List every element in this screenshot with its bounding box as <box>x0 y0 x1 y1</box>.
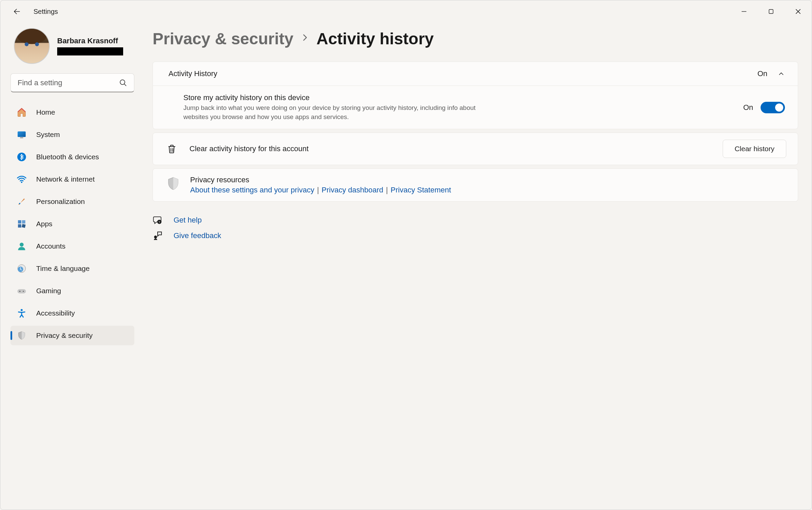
svg-rect-12 <box>22 224 26 228</box>
privacy-link-about[interactable]: About these settings and your privacy <box>190 186 314 194</box>
svg-rect-9 <box>18 220 21 224</box>
nav-item-accessibility[interactable]: Accessibility <box>10 303 134 323</box>
search-box[interactable] <box>10 73 134 92</box>
nav-item-personalization[interactable]: Personalization <box>10 192 134 211</box>
close-button[interactable] <box>785 2 812 21</box>
nav-item-privacy[interactable]: Privacy & security <box>10 326 134 345</box>
get-help-link[interactable]: Get help <box>174 216 202 225</box>
titlebar-left: Settings <box>13 7 58 16</box>
svg-line-3 <box>124 84 126 86</box>
store-activity-row: Store my activity history on this device… <box>153 86 798 129</box>
get-help-row: ? Get help <box>153 215 798 225</box>
store-activity-toggle[interactable] <box>761 102 785 113</box>
nav-item-accounts[interactable]: Accounts <box>10 236 134 256</box>
gamepad-icon <box>17 286 27 296</box>
nav-label: Home <box>36 108 55 116</box>
privacy-link-dashboard[interactable]: Privacy dashboard <box>322 186 383 194</box>
clear-history-button[interactable]: Clear history <box>723 140 786 158</box>
profile[interactable]: Barbara Krasnoff <box>10 23 134 73</box>
accessibility-icon <box>17 308 27 318</box>
nav-label: Bluetooth & devices <box>36 153 99 161</box>
app-title: Settings <box>33 8 58 16</box>
svg-rect-10 <box>22 220 25 224</box>
svg-point-18 <box>23 291 24 292</box>
feedback-icon <box>153 231 163 241</box>
breadcrumb: Privacy & security Activity history <box>153 29 798 48</box>
svg-text:?: ? <box>159 221 160 224</box>
window-controls <box>730 2 812 21</box>
profile-name: Barbara Krasnoff <box>57 37 123 45</box>
svg-point-8 <box>21 182 23 183</box>
svg-rect-16 <box>18 289 26 294</box>
svg-rect-6 <box>20 137 23 138</box>
activity-history-header[interactable]: Activity History On <box>153 62 798 86</box>
svg-point-13 <box>20 243 24 247</box>
trash-icon <box>166 143 177 154</box>
nav-item-gaming[interactable]: Gaming <box>10 281 134 301</box>
svg-point-19 <box>21 309 23 311</box>
maximize-button[interactable] <box>758 2 785 21</box>
nav-item-apps[interactable]: Apps <box>10 214 134 234</box>
clock-globe-icon <box>17 263 27 274</box>
search-input[interactable] <box>18 78 119 87</box>
bluetooth-icon <box>17 152 27 162</box>
content: Barbara Krasnoff Home System <box>0 23 812 510</box>
nav-label: Accounts <box>36 242 65 250</box>
svg-rect-1 <box>769 9 773 14</box>
privacy-link-statement[interactable]: Privacy Statement <box>391 186 451 194</box>
nav-label: Network & internet <box>36 175 95 183</box>
sidebar: Barbara Krasnoff Home System <box>10 23 139 510</box>
clear-history-left: Clear activity history for this account <box>166 143 309 154</box>
chevron-right-icon <box>300 32 310 45</box>
nav-label: Gaming <box>36 287 61 295</box>
shield-icon <box>17 330 27 341</box>
svg-point-7 <box>17 153 26 161</box>
nav-item-network[interactable]: Network & internet <box>10 169 134 189</box>
clear-history-label: Clear activity history for this account <box>189 144 309 153</box>
store-activity-text: Store my activity history on this device… <box>183 93 488 121</box>
breadcrumb-current: Activity history <box>316 29 434 48</box>
nav-item-bluetooth[interactable]: Bluetooth & devices <box>10 147 134 167</box>
nav-label: Privacy & security <box>36 331 93 340</box>
store-activity-control: On <box>743 102 785 113</box>
titlebar: Settings <box>0 0 812 23</box>
clear-history-card: Clear activity history for this account … <box>153 133 798 165</box>
back-button[interactable] <box>13 7 21 16</box>
nav-item-home[interactable]: Home <box>10 102 134 122</box>
breadcrumb-parent[interactable]: Privacy & security <box>153 29 293 48</box>
help-chat-icon: ? <box>153 215 163 225</box>
settings-window: Settings Barbara Krasnoff <box>0 0 812 510</box>
clear-history-row: Clear activity history for this account … <box>153 133 798 165</box>
apps-icon <box>17 219 27 229</box>
maximize-icon <box>768 8 774 15</box>
card-header-label: Activity History <box>168 69 217 78</box>
nav-label: System <box>36 131 60 139</box>
nav-item-system[interactable]: System <box>10 125 134 144</box>
activity-history-card: Activity History On Store my activity hi… <box>153 62 798 129</box>
toggle-label: On <box>743 103 753 112</box>
arrow-left-icon <box>13 7 21 16</box>
separator: | <box>386 186 388 194</box>
profile-email-redacted <box>57 47 123 55</box>
close-icon <box>795 8 802 15</box>
minimize-icon <box>741 8 747 15</box>
privacy-resources-links: About these settings and your privacy|Pr… <box>190 186 451 194</box>
minimize-button[interactable] <box>730 2 758 21</box>
nav-label: Apps <box>36 220 52 228</box>
nav-label: Accessibility <box>36 309 75 317</box>
give-feedback-link[interactable]: Give feedback <box>174 231 221 240</box>
svg-point-2 <box>120 80 125 85</box>
home-icon <box>17 107 27 117</box>
nav-item-time[interactable]: Time & language <box>10 259 134 278</box>
paintbrush-icon <box>17 196 27 207</box>
shield-icon <box>166 177 180 192</box>
svg-rect-5 <box>18 132 25 137</box>
svg-point-22 <box>154 236 157 239</box>
separator: | <box>317 186 319 194</box>
main: Privacy & security Activity history Acti… <box>139 23 798 510</box>
card-header-right: On <box>758 69 785 78</box>
nav-label: Time & language <box>36 264 90 273</box>
system-icon <box>17 130 27 140</box>
search-icon <box>119 79 127 87</box>
store-activity-desc: Jump back into what you were doing on yo… <box>183 103 488 121</box>
